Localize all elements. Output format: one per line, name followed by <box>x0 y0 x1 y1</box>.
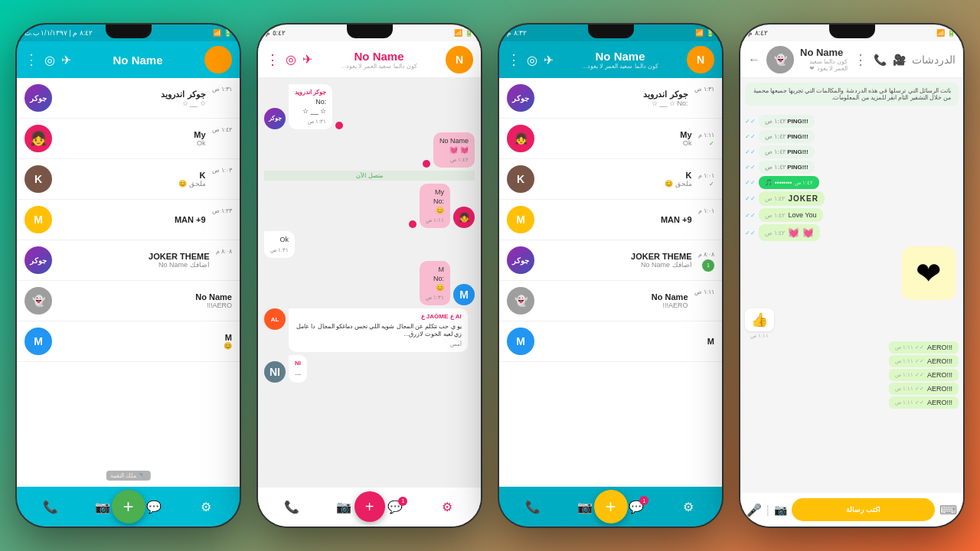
airplane-icon-2[interactable]: ✈ <box>302 52 312 67</box>
icons-1: 📶 🔋 <box>213 29 232 37</box>
target-icon-1[interactable]: ◎ <box>44 53 55 67</box>
watermark-1: ملك التقنية 🔧 <box>106 471 150 481</box>
chat-input-4[interactable]: اكتب رسالة <box>792 498 935 521</box>
msg-sender-group-2: Al ع JAÖME ع <box>295 313 462 321</box>
audio-time: ١:٤٢ ص <box>795 180 813 186</box>
chat-item-man[interactable]: M MAN +9 ١:٢٣ ص <box>17 200 240 240</box>
hearts-text: 💓 💓 <box>788 227 813 238</box>
chat-msg-noname-3: AERO!!! <box>541 302 688 309</box>
fab-1[interactable]: + <box>112 490 145 523</box>
target-icon-3[interactable]: ◎ <box>527 53 537 67</box>
video-icon-4[interactable]: 🎥 <box>893 54 906 66</box>
menu-icon-1[interactable]: ⋮ <box>24 51 38 68</box>
chat-name-my: My <box>58 130 206 139</box>
encryption-notice-4: باتت الرسائل التي ترسلها في هذه الدردشة … <box>745 83 959 106</box>
notch-4 <box>829 24 875 38</box>
chat-time-noname-3: ١:١١ ص <box>694 289 714 295</box>
check-audio: ✓✓ <box>745 179 756 186</box>
fab-3[interactable]: + <box>594 490 628 523</box>
chat-item-joker-3[interactable]: جوكر جوكر اندرويد :No ☆ __ ☆ ١:٣١ ص <box>499 78 722 119</box>
chat-info-m-3: M <box>541 337 714 346</box>
chat-item-joker-theme[interactable]: جوكر JOKER THEME اضافك No Name ٨:٠٨ م <box>17 240 240 281</box>
send-icon-4[interactable]: ⌨ <box>939 503 957 517</box>
avatar-man-3: M <box>507 206 534 233</box>
camera-icon-2[interactable]: 📷 <box>335 498 353 517</box>
settings-icon-2[interactable]: ⚙ <box>438 498 456 517</box>
msg-text-joker-2: :No☆ __ ☆ <box>295 98 326 116</box>
avatar-noname-3: 👻 <box>507 287 534 315</box>
msg-text-m-2: M:No😊 <box>426 266 444 292</box>
joker-badge-msg: ✓✓ ١:٤٢ ص JOKER <box>745 191 825 206</box>
airplane-icon-3[interactable]: ✈ <box>544 53 554 67</box>
header-title-3: No Name <box>560 50 681 63</box>
msg-text-ni-2: ... <box>295 369 301 378</box>
check-joker: ✓✓ <box>745 195 756 202</box>
app-header-2: ⋮ ◎ ✈ No Name كون دالما سعيد العمر لا يع… <box>258 41 481 78</box>
chat-name-m: M <box>58 333 232 342</box>
chat-item-noname-3[interactable]: 👻 No Name AERO!!! ١:١١ ص <box>499 281 722 321</box>
phone-icon-1[interactable]: 📞 <box>41 497 60 516</box>
app-header-4: ← 👻 No Name كون دالما سعيد العمر لا يعود… <box>740 41 963 78</box>
chat-item-my-3[interactable]: 👧 My Ok ١:١١ م ✓ <box>499 119 722 159</box>
airplane-icon-1[interactable]: ✈ <box>61 53 71 67</box>
aero-2: ١:١١ ص ✓✓ AERO!!! <box>889 355 959 367</box>
check-4: ✓✓ <box>745 164 756 171</box>
chat-msg-joker: ☆ __ ☆ <box>58 99 206 107</box>
header-title-4: No Name <box>800 47 848 58</box>
chat-item-joker[interactable]: جوكر جوكر اندرويد ☆ __ ☆ ١:٣١ ص <box>17 78 240 119</box>
chat-time-man-3: ١:٠١ م <box>698 207 714 214</box>
chat-item-k[interactable]: K K ملحق 😊 ١:٠٣ ص <box>17 159 240 200</box>
online-indicator-2: متصل الآن <box>264 171 475 181</box>
chat-icon-1[interactable]: 💬 <box>145 497 163 516</box>
chat-badge-2: 1 <box>398 497 407 506</box>
msg-row-2: No Name💓 💓 ١:٤٢ ص <box>264 132 475 168</box>
settings-icon-1[interactable]: ⚙ <box>197 497 215 516</box>
msg-row-ni: NI NI ... <box>264 355 475 383</box>
back-icon-4[interactable]: ← <box>748 53 760 67</box>
settings-icon-3[interactable]: ⚙ <box>679 497 697 516</box>
header-title-1: No Name <box>77 54 198 67</box>
avatar-man-1: M <box>24 206 52 233</box>
chat-item-my[interactable]: 👧 My Ok ١:٤٢ ص <box>17 119 240 159</box>
chat-item-man-3[interactable]: M MAN +9 ١:٠١ م <box>499 200 722 240</box>
header-info-3: No Name كون دالما سعيد العمر لا يعود... <box>560 50 681 70</box>
msg-bubble-joker-2: جوكر اندرويد :No☆ __ ☆ ١:٣١ ص <box>289 84 332 129</box>
chat-name-noname-3: No Name <box>541 292 688 302</box>
bottom-nav-2: 📞 📷 + 💬 1 ⚙ <box>258 487 481 527</box>
camera-icon-3[interactable]: 📷 <box>576 497 594 516</box>
ping-bubble-4: ١:٤٢ ص PING!!! <box>759 161 815 174</box>
chat-item-m-3[interactable]: M M <box>499 321 722 362</box>
joker-badge-text: JOKER <box>788 194 818 203</box>
back-chevron-4[interactable]: الدردشات <box>912 54 956 66</box>
chat-item-k-3[interactable]: K K ملحق 😊 ١:٠١ م ✓ <box>499 159 722 200</box>
target-icon-2[interactable]: ◎ <box>286 52 296 67</box>
chat-view-2: جوكر جوكر اندرويد :No☆ __ ☆ ١:٣١ ص No Na… <box>258 78 481 487</box>
camera-icon-1[interactable]: 📷 <box>93 497 112 516</box>
mic-icon-4[interactable]: 🎤 <box>746 503 762 517</box>
phone-icon-2[interactable]: 📞 <box>283 498 301 517</box>
menu-icon-2[interactable]: ⋮ <box>266 51 279 68</box>
phone-icon-3[interactable]: 📞 <box>524 497 542 516</box>
chat-item-joker-theme-3[interactable]: جوكر JOKER THEME اضافك No Name ٨:٠٨ م 1 <box>499 240 722 281</box>
time-3: ٨:٣٢ م <box>507 29 527 37</box>
fab-2[interactable]: + <box>354 491 385 522</box>
menu-icon-4[interactable]: ⋮ <box>854 51 867 68</box>
msg-time-noname-2: ١:٤٢ ص <box>439 156 469 163</box>
chat-name-k: K <box>58 171 206 180</box>
joker-badge-time: ١:٤٢ ص <box>765 195 785 202</box>
purple-dot-2 <box>335 122 343 129</box>
notch-1 <box>106 24 152 38</box>
screen-4: ٨:٤٢ م 📶 🔋 ← 👻 No Name كون دالما سعيد ال… <box>740 24 963 527</box>
msg-text-noname-2: No Name💓 💓 <box>439 137 469 155</box>
msg-time-joker-2: ١:٣١ ص <box>295 118 326 125</box>
phone-icon-4[interactable]: 📞 <box>874 54 887 66</box>
menu-icon-3[interactable]: ⋮ <box>507 51 521 68</box>
joker-avatar-theme-3: جوكر <box>507 246 534 274</box>
msg-time-m-2: ١:٣١ ص <box>426 294 444 301</box>
chat-item-m[interactable]: M M 😊 <box>17 321 240 362</box>
msg-time-group-2: أمس <box>295 341 462 347</box>
heart-sticker-4: ❤ <box>902 246 956 300</box>
emoji-icon-4[interactable]: 📷 <box>774 504 787 516</box>
chat-item-noname[interactable]: 👻 No Name AERO!!! <box>17 281 240 321</box>
check-1: ✓✓ <box>745 118 756 125</box>
